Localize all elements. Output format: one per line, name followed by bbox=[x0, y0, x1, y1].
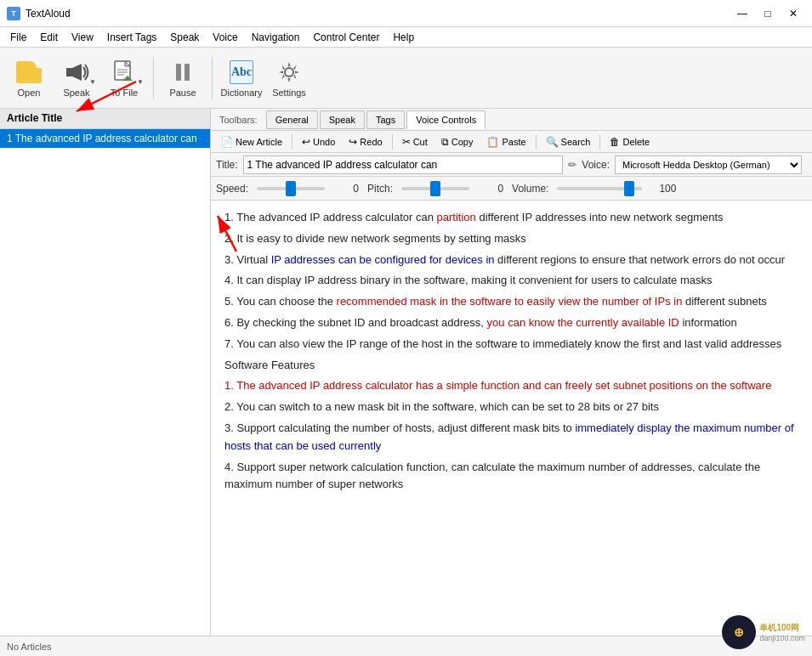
art-separator-4 bbox=[599, 134, 600, 150]
paste-label: Paste bbox=[502, 137, 525, 147]
pitch-slider-handle bbox=[430, 181, 440, 196]
content-area[interactable]: 1. The advanced IP address calculator ca… bbox=[211, 201, 812, 636]
menu-file[interactable]: File bbox=[3, 30, 33, 45]
settings-button[interactable]: Settings bbox=[267, 53, 311, 104]
open-icon bbox=[15, 59, 43, 86]
volume-slider[interactable] bbox=[557, 187, 642, 190]
cut-button[interactable]: ✂ Cut bbox=[396, 133, 434, 150]
watermark: ⊕ 单机100网 danji100.com bbox=[722, 615, 805, 649]
menu-navigation[interactable]: Navigation bbox=[245, 30, 307, 45]
article-list-header: Article Title bbox=[0, 109, 210, 129]
new-article-icon: 📄 bbox=[220, 136, 233, 148]
undo-icon: ↩ bbox=[302, 136, 310, 148]
svg-rect-0 bbox=[66, 68, 72, 76]
content-p3: 3. Virtual IP addresses can be configure… bbox=[224, 252, 798, 269]
minimize-button[interactable]: — bbox=[730, 5, 754, 22]
maximize-button[interactable]: □ bbox=[756, 5, 780, 22]
menu-help[interactable]: Help bbox=[386, 30, 421, 45]
new-article-label: New Article bbox=[236, 137, 282, 147]
menu-control-center[interactable]: Control Center bbox=[306, 30, 386, 45]
undo-label: Undo bbox=[313, 137, 335, 147]
content-p9: 1. The advanced IP address calculator ha… bbox=[224, 377, 798, 395]
voice-select[interactable]: Microsoft Hedda Desktop (German) bbox=[615, 156, 802, 174]
menu-speak[interactable]: Speak bbox=[163, 30, 206, 45]
new-article-button[interactable]: 📄 New Article bbox=[214, 133, 288, 150]
redo-icon: ↪ bbox=[349, 136, 357, 148]
open-button[interactable]: Open bbox=[7, 53, 51, 104]
speed-value: 0 bbox=[333, 183, 359, 195]
menu-view[interactable]: View bbox=[65, 30, 100, 45]
right-panel: Toolbars: General Speak Tags Voice Contr… bbox=[211, 109, 812, 636]
copy-label: Copy bbox=[451, 137, 474, 147]
toolbar-tabs-row: Toolbars: General Speak Tags Voice Contr… bbox=[211, 109, 812, 131]
tab-tags[interactable]: Tags bbox=[366, 110, 405, 129]
paste-button[interactable]: 📋 Paste bbox=[480, 133, 531, 150]
pause-button[interactable]: Pause bbox=[161, 53, 205, 104]
menu-voice[interactable]: Voice bbox=[206, 30, 244, 45]
svg-rect-8 bbox=[176, 64, 181, 81]
svg-marker-1 bbox=[72, 64, 82, 81]
article-item[interactable]: 1 The advanced IP address calculator can bbox=[0, 129, 210, 149]
main-layout: Article Title 1 The advanced IP address … bbox=[0, 109, 812, 636]
tab-general[interactable]: General bbox=[266, 110, 318, 129]
title-bar: T TextAloud — □ ✕ bbox=[0, 0, 812, 27]
title-bar-controls: — □ ✕ bbox=[730, 5, 805, 22]
article-list: 1 The advanced IP address calculator can bbox=[0, 129, 210, 636]
to-file-label: To File bbox=[111, 88, 138, 98]
status-bar: No Articles bbox=[0, 636, 812, 656]
scissors-icon: ✂ bbox=[402, 136, 411, 148]
settings-icon bbox=[275, 59, 303, 86]
pause-icon bbox=[169, 59, 196, 86]
menu-edit[interactable]: Edit bbox=[33, 30, 65, 45]
toolbar-tabs: Toolbars: General Speak Tags Voice Contr… bbox=[211, 110, 491, 129]
menu-bar: File Edit View Insert Tags Speak Voice N… bbox=[0, 27, 812, 48]
content-p6: 6. By checking the subnet ID and broadca… bbox=[224, 314, 798, 332]
watermark-logo: ⊕ bbox=[722, 615, 756, 649]
menu-insert-tags[interactable]: Insert Tags bbox=[100, 30, 163, 45]
toolbar-separator-2 bbox=[212, 57, 213, 99]
content-p12: 4. Support super network calculation fun… bbox=[224, 459, 798, 495]
svg-point-10 bbox=[285, 68, 293, 76]
volume-label: Volume: bbox=[512, 183, 548, 195]
tab-speak[interactable]: Speak bbox=[320, 110, 365, 129]
left-panel: Article Title 1 The advanced IP address … bbox=[0, 109, 211, 636]
volume-value: 100 bbox=[650, 183, 676, 195]
pitch-slider[interactable] bbox=[401, 187, 469, 190]
cut-label: Cut bbox=[413, 137, 428, 147]
status-text: No Articles bbox=[7, 642, 52, 652]
content-p4: 4. It can display IP address binary in t… bbox=[224, 272, 798, 290]
speak-label: Speak bbox=[63, 88, 89, 98]
content-p10: 2. You can switch to a new mask bit in t… bbox=[224, 399, 798, 416]
content-p5: 5. You can choose the recommended mask i… bbox=[224, 293, 798, 311]
copy-button[interactable]: ⧉ Copy bbox=[435, 133, 480, 150]
edit-title-icon[interactable]: ✏ bbox=[568, 159, 576, 171]
delete-button[interactable]: 🗑 Delete bbox=[604, 133, 656, 150]
voice-field-label: Voice: bbox=[582, 159, 610, 171]
dictionary-label: Dictionary bbox=[221, 88, 263, 98]
search-button[interactable]: 🔍 Search bbox=[540, 133, 597, 150]
search-label: Search bbox=[561, 137, 591, 147]
dictionary-button[interactable]: Abc Dictionary bbox=[219, 53, 264, 104]
watermark-icon: ⊕ bbox=[734, 625, 744, 639]
delete-label: Delete bbox=[622, 137, 650, 147]
speed-slider[interactable] bbox=[257, 187, 325, 190]
toolbars-label: Toolbars: bbox=[214, 113, 263, 127]
speed-slider-handle bbox=[286, 181, 296, 196]
settings-label: Settings bbox=[272, 88, 306, 98]
redo-button[interactable]: ↪ Redo bbox=[343, 133, 388, 150]
title-row: Title: ✏ Voice: Microsoft Hedda Desktop … bbox=[211, 153, 812, 177]
toolbar-separator-1 bbox=[153, 57, 154, 99]
paste-icon: 📋 bbox=[486, 136, 499, 148]
title-input[interactable] bbox=[243, 156, 564, 174]
close-button[interactable]: ✕ bbox=[781, 5, 805, 22]
speak-button[interactable]: Speak ▼ bbox=[54, 53, 99, 104]
undo-button[interactable]: ↩ Undo bbox=[296, 133, 341, 150]
open-label: Open bbox=[18, 88, 41, 98]
tab-voice-controls[interactable]: Voice Controls bbox=[406, 110, 485, 129]
to-file-button[interactable]: To File ▼ bbox=[102, 53, 146, 104]
app-title: TextAloud bbox=[26, 8, 71, 20]
volume-slider-handle bbox=[624, 181, 634, 196]
content-p8: Software Features bbox=[224, 357, 798, 375]
dictionary-icon: Abc bbox=[228, 59, 255, 86]
to-file-icon bbox=[111, 59, 138, 86]
